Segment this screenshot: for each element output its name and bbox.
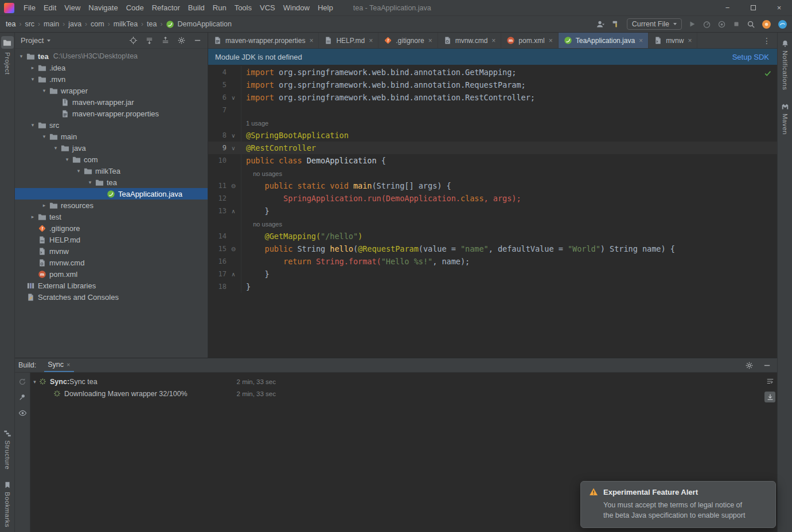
gutter[interactable]: 10 xyxy=(208,154,241,167)
gutter[interactable]: 15⊖ xyxy=(208,242,241,255)
locate-file-button[interactable] xyxy=(129,36,138,45)
close-icon[interactable]: × xyxy=(67,361,70,368)
scroll-to-end-button[interactable] xyxy=(764,392,775,402)
preview-eye-button[interactable] xyxy=(18,409,27,417)
fold-marker-icon[interactable]: ∧ xyxy=(227,208,240,214)
soft-wrap-button[interactable] xyxy=(764,375,775,386)
tree-item-tea[interactable]: ▾tea xyxy=(15,177,208,188)
build-settings-gear-button[interactable] xyxy=(745,361,754,370)
tree-item-maven-wrapper-properties[interactable]: maven-wrapper.properties xyxy=(15,108,208,119)
code-editor[interactable]: 4import org.springframework.web.bind.ann… xyxy=(208,65,777,358)
tree-item-pom-xml[interactable]: mpom.xml xyxy=(15,268,208,280)
tree-item-external-libraries[interactable]: External Libraries xyxy=(15,280,208,291)
profiler-button[interactable] xyxy=(703,20,711,29)
editor-tab-maven-wrapper-properties[interactable]: maven-wrapper.properties× xyxy=(208,33,319,48)
tree-item-java[interactable]: ▾java xyxy=(15,142,208,154)
build-tab-sync[interactable]: Sync × xyxy=(44,358,73,372)
tree-item-maven-wrapper-jar[interactable]: maven-wrapper.jar xyxy=(15,96,208,108)
tree-chevron-icon[interactable]: ▾ xyxy=(85,179,95,185)
tree-chevron-icon[interactable]: ▸ xyxy=(40,202,49,208)
rerun-button[interactable] xyxy=(18,378,26,386)
gutter[interactable]: 5 xyxy=(208,79,241,91)
gutter[interactable]: 8∨ xyxy=(208,129,241,142)
menu-code[interactable]: Code xyxy=(122,0,148,16)
gutter[interactable] xyxy=(208,116,241,129)
tree-chevron-icon[interactable]: ▾ xyxy=(74,168,83,174)
settings-gear-button[interactable] xyxy=(177,36,186,45)
editor-tab-teaapplication-java[interactable]: TeaApplication.java× xyxy=(559,33,649,48)
structure-toolwindow-button[interactable]: Structure xyxy=(3,429,11,470)
menu-build[interactable]: Build xyxy=(184,0,209,16)
tree-item-resources[interactable]: ▸resources xyxy=(15,200,208,211)
close-tab-icon[interactable]: × xyxy=(639,37,643,45)
maximize-button[interactable] xyxy=(740,0,766,15)
breadcrumb-item[interactable]: java xyxy=(68,20,81,28)
fold-marker-icon[interactable]: ⊖ xyxy=(227,183,240,189)
gutter[interactable]: 11⊖ xyxy=(208,179,241,192)
build-hammer-button[interactable] xyxy=(611,19,621,29)
pin-button[interactable] xyxy=(18,393,26,401)
close-tab-icon[interactable]: × xyxy=(428,37,432,45)
tree-item-mvnw[interactable]: mvnw xyxy=(15,245,208,257)
menu-file[interactable]: File xyxy=(19,0,40,16)
tree-chevron-icon[interactable]: ▸ xyxy=(28,214,37,220)
gutter[interactable]: 14 xyxy=(208,230,241,242)
gutter[interactable]: 7 xyxy=(208,104,241,116)
avatar-button[interactable] xyxy=(596,19,605,29)
tree-chevron-icon[interactable]: ▾ xyxy=(17,53,26,59)
tree-chevron-icon[interactable]: ▾ xyxy=(40,88,49,93)
project-panel-title[interactable]: Project xyxy=(21,36,44,45)
gutter[interactable]: 13∧ xyxy=(208,205,241,217)
menu-help[interactable]: Help xyxy=(314,0,337,16)
editor-tab-help-md[interactable]: HELP.md× xyxy=(319,33,379,48)
bookmarks-toolwindow-button[interactable]: Bookmarks xyxy=(3,481,11,527)
breadcrumb-item[interactable]: tea xyxy=(6,20,15,28)
ide-blue-orb-icon[interactable] xyxy=(778,19,787,29)
tree-item-src[interactable]: ▾src xyxy=(15,119,208,131)
build-row[interactable]: Downloading Maven wrapper 32/100%2 min, … xyxy=(30,388,276,400)
usage-hint[interactable]: no usages xyxy=(246,221,282,228)
menu-navigate[interactable]: Navigate xyxy=(84,0,122,16)
gutter[interactable]: 12 xyxy=(208,192,241,205)
tree-item-mvnw-cmd[interactable]: mvnw.cmd xyxy=(15,257,208,268)
gutter[interactable] xyxy=(208,217,241,230)
menu-refactor[interactable]: Refactor xyxy=(148,0,184,16)
gutter[interactable] xyxy=(208,167,241,179)
fold-marker-icon[interactable]: ⊖ xyxy=(227,246,240,252)
gutter[interactable]: 17∧ xyxy=(208,268,241,280)
menu-view[interactable]: View xyxy=(60,0,84,16)
tree-item-tea[interactable]: ▾teaC:\Users\H3C\Desktop\tea xyxy=(15,50,208,62)
tree-item-scratches-and-consoles[interactable]: Scratches and Consoles xyxy=(15,291,208,303)
close-tab-icon[interactable]: × xyxy=(549,37,553,45)
stop-button[interactable] xyxy=(732,20,740,28)
project-stripe-label[interactable]: Project xyxy=(4,52,11,75)
menu-vcs[interactable]: VCS xyxy=(256,0,279,16)
build-chevron-icon[interactable]: ▾ xyxy=(30,379,39,385)
gutter[interactable]: 16 xyxy=(208,255,241,268)
tree-item--mvn[interactable]: ▾.mvn xyxy=(15,73,208,85)
close-tab-icon[interactable]: × xyxy=(309,37,313,45)
breadcrumb-item[interactable]: src xyxy=(25,20,34,28)
fold-marker-icon[interactable]: ∨ xyxy=(227,145,240,151)
tree-chevron-icon[interactable]: ▸ xyxy=(28,65,37,71)
run-button[interactable] xyxy=(688,20,696,28)
breadcrumb-item[interactable]: main xyxy=(44,20,59,28)
editor-tab-mvnw[interactable]: mvnw× xyxy=(649,33,697,48)
gutter[interactable]: 18 xyxy=(208,280,241,293)
build-row[interactable]: ▾Sync: Sync tea2 min, 33 sec xyxy=(30,375,276,388)
coverage-button[interactable] xyxy=(717,20,726,29)
breadcrumb-run-class[interactable]: DemoApplication xyxy=(177,20,232,28)
project-toolwindow-button[interactable] xyxy=(1,36,14,49)
hide-panel-button[interactable] xyxy=(193,36,202,45)
tree-item-main[interactable]: ▾main xyxy=(15,131,208,142)
maven-toolwindow-button[interactable]: Maven xyxy=(781,103,789,135)
search-everywhere-button[interactable] xyxy=(747,20,755,29)
usage-hint[interactable]: 1 usage xyxy=(246,120,268,127)
usage-hint[interactable]: no usages xyxy=(246,170,282,177)
expand-all-button[interactable] xyxy=(145,36,154,45)
close-button[interactable]: × xyxy=(766,0,792,15)
editor-tab--gitignore[interactable]: .gitignore× xyxy=(379,33,438,48)
breadcrumb-item[interactable]: com xyxy=(91,20,104,28)
tree-item-milktea[interactable]: ▾milkTea xyxy=(15,165,208,177)
gutter[interactable]: 9∨ xyxy=(208,142,241,154)
